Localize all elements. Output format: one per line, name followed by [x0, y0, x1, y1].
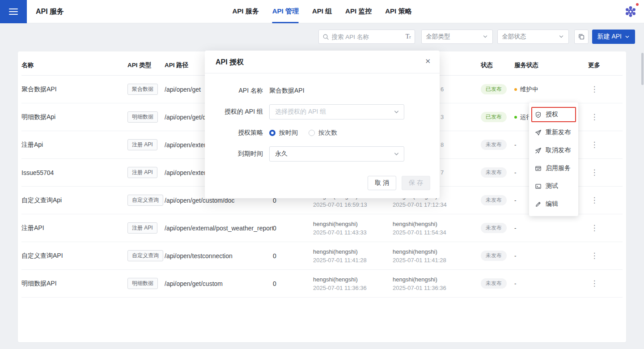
- menu-item[interactable]: 取消发布: [529, 141, 578, 159]
- app-title: API 服务: [36, 0, 64, 23]
- status-badge: 未发布: [481, 223, 507, 233]
- radio-by-time[interactable]: [269, 130, 275, 136]
- hamburger-menu-button[interactable]: [0, 0, 27, 23]
- table-row: 自定义查询API自定义查询/api/open/testconnection0he…: [21, 242, 623, 270]
- more-actions-button[interactable]: ⋮: [588, 85, 623, 94]
- terminal-window-icon: [535, 183, 542, 190]
- paper-plane-icon: [535, 129, 542, 136]
- update-info: hengshi(hengshi)2025-07-01 11:36:36: [393, 275, 481, 292]
- menu-item-label: 取消发布: [546, 146, 571, 154]
- nav-tab[interactable]: API 监控: [345, 0, 372, 23]
- service-status: -: [514, 252, 588, 259]
- api-type-cell: 注册 API: [127, 167, 165, 178]
- chevron-down-icon: [483, 34, 488, 39]
- radio-by-time-label: 按时间: [279, 129, 298, 137]
- menu-item[interactable]: 启用服务: [529, 159, 578, 177]
- edit-pencil-icon: [535, 201, 542, 208]
- nav-tab[interactable]: API 策略: [385, 0, 411, 23]
- shield-check-icon: [535, 111, 542, 118]
- api-name: 聚合数据API: [21, 85, 127, 94]
- chevron-down-icon: [559, 34, 564, 39]
- api-type-tag: 聚合数据: [127, 84, 158, 95]
- status-filter-value: 全部状态: [502, 33, 526, 41]
- chevron-down-icon: [394, 151, 399, 157]
- column-header: 状态: [481, 61, 514, 69]
- status-cell: 已发布: [481, 112, 514, 122]
- more-vertical-icon: ⋮: [590, 196, 599, 205]
- search-icon: [322, 34, 329, 40]
- more-vertical-icon: ⋮: [590, 168, 599, 177]
- more-actions-button[interactable]: ⋮: [588, 223, 623, 233]
- vertical-scrollbar-thumb[interactable]: [641, 53, 644, 85]
- menu-item[interactable]: 重新发布: [529, 123, 578, 141]
- more-actions-button[interactable]: ⋮: [588, 279, 623, 288]
- status-badge: 未发布: [481, 140, 507, 150]
- nav-tabs: API 服务API 管理API 组API 监控API 策略: [233, 0, 412, 23]
- api-path: /api/open/external/post_weather_report: [165, 225, 273, 232]
- more-actions-button[interactable]: ⋮: [588, 168, 623, 177]
- expire-label: 到期时间: [205, 150, 263, 158]
- api-type-cell: 注册 API: [127, 222, 165, 234]
- overlapping-squares-icon: [578, 33, 585, 40]
- search-input[interactable]: [332, 34, 406, 40]
- more-actions-button[interactable]: ⋮: [588, 112, 623, 122]
- api-group-select[interactable]: 选择授权的 API 组: [269, 104, 404, 119]
- type-filter-select[interactable]: 全部类型: [421, 30, 493, 44]
- column-header: API 类型: [127, 61, 165, 69]
- nav-tab[interactable]: API 组: [312, 0, 332, 23]
- api-name: 自定义查询API: [21, 252, 127, 260]
- api-type-tag: 注册 API: [127, 139, 157, 150]
- api-name: 明细数据Api: [21, 113, 127, 121]
- status-cell: 未发布: [481, 140, 514, 150]
- nav-tab[interactable]: API 管理: [272, 0, 299, 23]
- table-toolbar: Tr 全部类型 全部状态 新建 API: [318, 30, 635, 44]
- more-actions-button[interactable]: ⋮: [588, 140, 623, 149]
- status-badge: 已发布: [481, 84, 507, 94]
- status-badge: 未发布: [481, 167, 507, 178]
- menu-item[interactable]: 编辑: [529, 195, 578, 213]
- type-filter-value: 全部类型: [426, 33, 450, 41]
- service-status: 维护中: [514, 85, 588, 94]
- batch-select-button[interactable]: [574, 30, 589, 44]
- search-box[interactable]: Tr: [318, 30, 415, 44]
- menu-item[interactable]: 测试: [529, 177, 578, 195]
- menu-item[interactable]: 授权: [529, 106, 578, 123]
- api-type-tag: 注册 API: [127, 222, 157, 234]
- api-type-cell: 明细数据: [127, 278, 165, 289]
- more-vertical-icon: ⋮: [590, 251, 599, 260]
- status-filter-select[interactable]: 全部状态: [497, 30, 569, 44]
- column-header: 服务状态: [514, 61, 588, 69]
- api-type-tag: 注册 API: [127, 167, 157, 178]
- menu-item-label: 启用服务: [546, 164, 571, 172]
- more-vertical-icon: ⋮: [590, 112, 599, 122]
- column-header: 更多: [588, 61, 623, 69]
- save-button[interactable]: 保 存: [402, 176, 430, 190]
- more-vertical-icon: ⋮: [590, 223, 599, 233]
- dialog-title: API 授权: [205, 51, 440, 73]
- api-type-cell: 自定义查询: [127, 250, 165, 261]
- more-vertical-icon: ⋮: [590, 279, 599, 288]
- service-status: -: [514, 225, 588, 231]
- more-vertical-icon: ⋮: [590, 85, 599, 94]
- status-cell: 未发布: [481, 278, 514, 289]
- new-api-button[interactable]: 新建 API: [592, 30, 635, 44]
- more-actions-button[interactable]: ⋮: [588, 196, 623, 205]
- more-vertical-icon: ⋮: [590, 140, 599, 149]
- expire-value: 永久: [275, 150, 288, 158]
- expire-select[interactable]: 永久: [269, 146, 404, 162]
- close-icon[interactable]: ✕: [425, 58, 431, 64]
- nav-tab[interactable]: API 服务: [233, 0, 259, 23]
- api-type-cell: 自定义查询: [127, 195, 165, 206]
- service-status-dot: [514, 88, 517, 91]
- create-info: hengshi(hengshi)2025-07-01 11:41:28: [313, 247, 393, 264]
- text-match-icon[interactable]: Tr: [406, 34, 411, 40]
- cancel-button[interactable]: 取 消: [368, 176, 396, 190]
- radio-by-count[interactable]: [309, 130, 315, 136]
- notification-dot: [636, 3, 639, 6]
- chevron-down-icon: [625, 34, 630, 39]
- app-logo-icon[interactable]: [624, 5, 637, 18]
- hamburger-icon: [9, 9, 18, 9]
- paper-plane-slash-icon: [535, 147, 542, 154]
- more-actions-button[interactable]: ⋮: [588, 251, 623, 260]
- table-row: 明细数据API明细数据/api/open/get/custom0hengshi(…: [21, 270, 623, 298]
